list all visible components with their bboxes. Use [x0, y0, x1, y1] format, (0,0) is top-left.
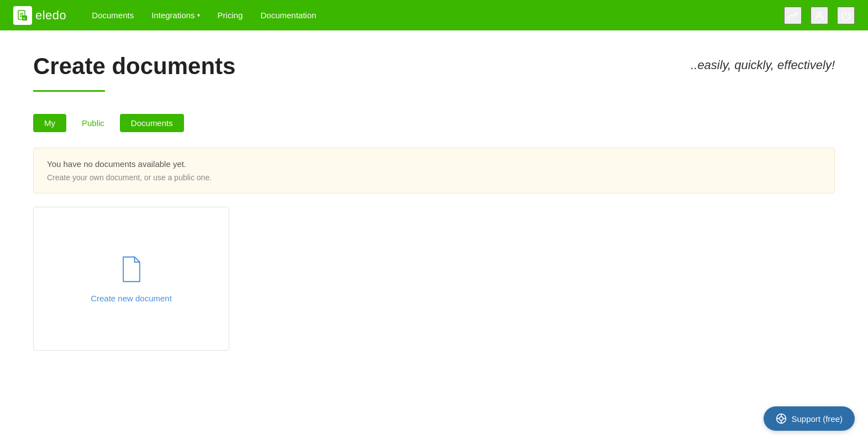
- hero-section: Create documents ..easily, quickly, effe…: [33, 53, 835, 92]
- nav-documentation[interactable]: Documentation: [252, 6, 324, 24]
- user-icon: [814, 10, 825, 21]
- documents-grid: Create new document: [33, 207, 835, 351]
- hero-tagline: ..easily, quickly, effectively!: [691, 58, 835, 72]
- new-document-icon: [118, 255, 145, 286]
- tab-my[interactable]: My: [33, 114, 66, 132]
- no-documents-alert: You have no documents available yet. Cre…: [33, 148, 835, 194]
- power-icon: [840, 10, 851, 21]
- chart-icon-button[interactable]: [784, 7, 802, 24]
- navbar-right-icons: [784, 7, 855, 24]
- alert-title: You have no documents available yet.: [47, 159, 821, 169]
- brand-logo[interactable]: + eledo: [13, 6, 66, 25]
- support-button[interactable]: Support (free): [764, 406, 855, 431]
- nav-pricing[interactable]: Pricing: [210, 6, 251, 24]
- create-new-document-card[interactable]: Create new document: [33, 207, 229, 351]
- tab-public[interactable]: Public: [71, 114, 115, 132]
- main-content: Create documents ..easily, quickly, effe…: [0, 30, 868, 373]
- integrations-dropdown-arrow: ▾: [197, 12, 200, 18]
- support-icon: [776, 413, 787, 424]
- svg-text:+: +: [23, 17, 25, 20]
- brand-name: eledo: [35, 8, 66, 23]
- nav-integrations[interactable]: Integrations ▾: [144, 6, 207, 24]
- nav-documents[interactable]: Documents: [84, 6, 141, 24]
- support-button-label: Support (free): [791, 414, 843, 424]
- brand-icon: +: [13, 6, 32, 25]
- power-icon-button[interactable]: [837, 7, 855, 24]
- svg-point-7: [818, 12, 822, 15]
- hero-right: ..easily, quickly, effectively!: [434, 53, 835, 72]
- hero-left: Create documents: [33, 53, 434, 92]
- chart-icon: [787, 10, 798, 21]
- svg-point-9: [780, 417, 783, 421]
- user-icon-button[interactable]: [811, 7, 828, 24]
- tab-documents[interactable]: Documents: [120, 114, 184, 132]
- alert-body: Create your own document, or use a publi…: [47, 173, 821, 182]
- create-new-document-label: Create new document: [91, 294, 172, 303]
- nav-links: Documents Integrations ▾ Pricing Documen…: [84, 6, 784, 24]
- hero-divider: [33, 90, 105, 92]
- tabs-section: My Public Documents: [33, 114, 835, 132]
- page-title: Create documents: [33, 53, 434, 80]
- navbar: + eledo Documents Integrations ▾ Pricing…: [0, 0, 868, 30]
